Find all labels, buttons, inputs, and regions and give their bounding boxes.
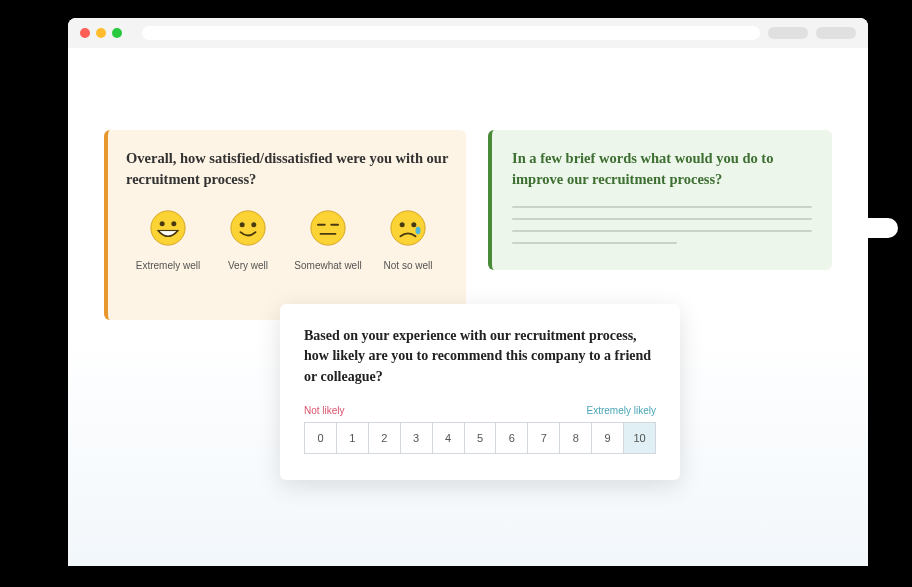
svg-point-12 xyxy=(400,222,405,227)
emoji-option-extremely-well[interactable]: Extremely well xyxy=(128,208,208,271)
improvement-card: In a few brief words what would you do t… xyxy=(488,130,832,270)
nps-cell-1[interactable]: 1 xyxy=(337,423,369,453)
nps-question: Based on your experience with our recrui… xyxy=(304,326,656,387)
svg-point-4 xyxy=(231,211,265,245)
browser-window: Overall, how satisfied/dissatisfied were… xyxy=(68,18,868,566)
url-bar[interactable] xyxy=(142,26,760,40)
emoji-options-row: Extremely well Very well xyxy=(126,208,450,271)
emoji-option-somewhat-well[interactable]: Somewhat well xyxy=(288,208,368,271)
nps-cell-6[interactable]: 6 xyxy=(496,423,528,453)
nps-cell-0[interactable]: 0 xyxy=(305,423,337,453)
svg-point-11 xyxy=(391,211,425,245)
emoji-label: Very well xyxy=(228,260,268,271)
svg-point-6 xyxy=(251,222,256,227)
nps-low-label: Not likely xyxy=(304,405,345,416)
svg-point-13 xyxy=(411,222,416,227)
nps-scale-labels: Not likely Extremely likely xyxy=(304,405,656,416)
window-maximize-icon[interactable] xyxy=(112,28,122,38)
page-content: Overall, how satisfied/dissatisfied were… xyxy=(68,48,868,566)
nps-cell-5[interactable]: 5 xyxy=(465,423,497,453)
svg-point-7 xyxy=(311,211,345,245)
text-line xyxy=(512,242,677,244)
toolbar-pill xyxy=(816,27,856,39)
nps-cell-3[interactable]: 3 xyxy=(401,423,433,453)
nps-cell-8[interactable]: 8 xyxy=(560,423,592,453)
text-line xyxy=(512,206,812,208)
nps-card: Based on your experience with our recrui… xyxy=(280,304,680,480)
browser-titlebar xyxy=(68,18,868,48)
nps-cell-10[interactable]: 10 xyxy=(624,423,655,453)
text-input-placeholder[interactable] xyxy=(512,206,812,244)
emoji-label: Somewhat well xyxy=(294,260,361,271)
nps-cell-2[interactable]: 2 xyxy=(369,423,401,453)
svg-point-1 xyxy=(160,221,165,226)
nps-scale: 012345678910 xyxy=(304,422,656,454)
emoji-label: Not so well xyxy=(384,260,433,271)
satisfaction-question: Overall, how satisfied/dissatisfied were… xyxy=(126,148,450,190)
decorative-arrow xyxy=(858,218,898,238)
nps-cell-4[interactable]: 4 xyxy=(433,423,465,453)
neutral-icon xyxy=(308,208,348,252)
emoji-option-very-well[interactable]: Very well xyxy=(208,208,288,271)
nps-cell-9[interactable]: 9 xyxy=(592,423,624,453)
svg-point-0 xyxy=(151,211,185,245)
nps-high-label: Extremely likely xyxy=(587,405,656,416)
svg-point-2 xyxy=(171,221,176,226)
svg-point-14 xyxy=(416,227,421,235)
satisfaction-card: Overall, how satisfied/dissatisfied were… xyxy=(104,130,466,320)
improvement-question: In a few brief words what would you do t… xyxy=(512,148,812,190)
nps-cell-7[interactable]: 7 xyxy=(528,423,560,453)
svg-point-5 xyxy=(240,222,245,227)
window-close-icon[interactable] xyxy=(80,28,90,38)
toolbar-pill xyxy=(768,27,808,39)
text-line xyxy=(512,230,812,232)
grin-icon xyxy=(148,208,188,252)
text-line xyxy=(512,218,812,220)
sad-icon xyxy=(388,208,428,252)
emoji-label: Extremely well xyxy=(136,260,200,271)
smile-icon xyxy=(228,208,268,252)
emoji-option-not-so-well[interactable]: Not so well xyxy=(368,208,448,271)
window-minimize-icon[interactable] xyxy=(96,28,106,38)
